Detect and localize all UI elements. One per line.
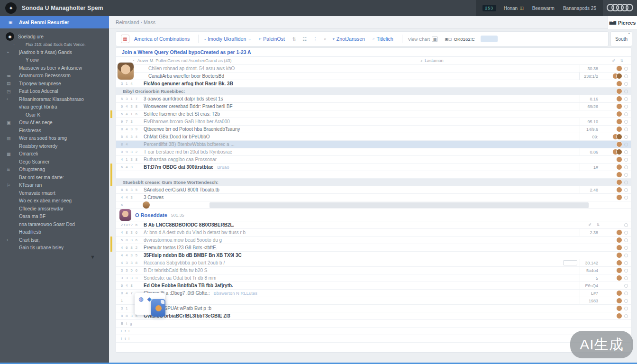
sidebar-item[interactable]: ◉Soeladg ure [0, 33, 109, 41]
assignee-link[interactable]: PPaleinOst [259, 36, 285, 42]
assignee-avatar[interactable] [616, 229, 622, 236]
assignee-avatar[interactable] [616, 73, 622, 79]
view-chart-button[interactable]: View Chart▦ [408, 36, 438, 42]
task-row[interactable] [116, 171, 631, 178]
task-row[interactable]: 4 8 3 6A: bnn d A dest ovb du Vlad b det… [116, 228, 631, 236]
task-row[interactable] [116, 342, 631, 350]
sidebar-item[interactable]: Gain tis urbane bsley [0, 244, 109, 252]
status-filter-link[interactable]: •Imodiy Ukrafliden⌄ [204, 36, 251, 42]
task-row[interactable]: 8 4 3 9Qtbeerwe brr od Potoot hba Braeni… [116, 125, 631, 133]
task-row[interactable]: 8 8 3 6GvasfbS brbiaBCrfBL3fbbT3eGBIE ZI… [116, 312, 631, 319]
assignee-avatar[interactable] [616, 237, 622, 243]
assignee-avatar[interactable] [616, 275, 622, 281]
sidebar-item[interactable]: Fissbreras [0, 127, 109, 135]
assignee-avatar[interactable] [616, 290, 622, 296]
sidebar-item[interactable]: ◳Faut Loos Aducnal [0, 88, 109, 96]
project-link[interactable]: America of Combinations [134, 36, 190, 42]
task-row[interactable]: 6 4 3 8Wosweorer ceresbad Bddr: Praed be… [116, 102, 631, 110]
task-row[interactable]: 5 4 1 6Solifec fiscrxner dre bet St cras… [116, 110, 631, 118]
assignee-avatar[interactable] [616, 260, 622, 266]
task-row[interactable]: 3 1b avcttSPUAt wPatb Ewt p :b [116, 304, 631, 312]
assignee-avatar[interactable] [616, 245, 622, 251]
assignee-avatar[interactable] [616, 81, 622, 87]
sidebar-item[interactable]: Hoadiliesb [0, 228, 109, 237]
app-logo[interactable]: ✦ [5, 2, 17, 14]
task-row[interactable]: 11983 [116, 297, 631, 304]
assignee-avatar[interactable] [616, 252, 622, 258]
assignee-avatar[interactable] [616, 118, 622, 125]
group-header[interactable]: O Roseddate501.35 [116, 209, 631, 221]
task-row[interactable]: 4 4 3 535FtIsip ndebn Bb dB BMBF Bn XB T… [116, 251, 631, 259]
sidebar-item[interactable]: Osar K [0, 111, 109, 119]
breadcrumb[interactable]: Reimsland · Mass [116, 19, 155, 25]
sidebar-item[interactable]: ≋Ohugotenag [0, 166, 109, 174]
sidebar-item[interactable]: ‹Crart tsar, [0, 236, 109, 244]
task-row[interactable]: 8 4Percentilfbt 3B) BtenbvWbbta bcfberec… [116, 140, 631, 148]
sidebar-item[interactable]: ▣Onw Af es neqe [0, 119, 109, 127]
task-row[interactable]: 3 3 5 6B Dr tebrisbCald fbfa tw b20 S5o4… [116, 266, 631, 274]
sidebar-item[interactable]: ‹Rěsaninorama: Klasuabhsraso [0, 95, 109, 103]
assignee-avatar[interactable] [616, 313, 622, 319]
assignee-avatar[interactable] [616, 164, 622, 170]
task-row[interactable]: 0 9 3 2T oar berstace md bri 20ut bds Ry… [116, 148, 631, 155]
more-options-icon[interactable]: ⋮ [313, 36, 318, 42]
task-row[interactable]: 2tut? bB Ab LNCC8BDBOfODC 8B0O3BERB2L.✐ … [116, 221, 631, 228]
topbar-menu-item[interactable]: Beeswarm [532, 6, 555, 11]
assignee-avatar[interactable] [616, 194, 622, 200]
sidebar-item[interactable]: vhau geegt hbntra [0, 103, 109, 111]
sidebar-item[interactable]: Gego Scanner [0, 158, 109, 166]
task-row[interactable]: 6 4 3BT:D7m OBDG dat 300ttrstbtaeBruao1# [116, 163, 631, 171]
topbar-menu-item[interactable]: Honan◫ [504, 6, 524, 11]
sidebar-item[interactable]: ▤Trpoqew berupnese [0, 80, 109, 88]
assignee-avatar[interactable] [616, 111, 622, 117]
task-row[interactable]: 4 1 3 8Ruthazdaa oagglbo caa Prossonar [116, 155, 631, 163]
user-avatars-cluster[interactable] [607, 4, 633, 11]
assignee-avatar[interactable] [616, 267, 622, 273]
sidebar-item-selected[interactable]: ▣ Aval Renmi Resurtler [0, 16, 109, 28]
apps-grid-button[interactable]: ▦ [121, 35, 129, 43]
sidebar-item[interactable]: Wo ec ex abea mer seeg [0, 197, 109, 205]
assignee-avatar[interactable] [616, 96, 622, 102]
avatar[interactable] [626, 4, 633, 11]
sidebar-item[interactable]: Y oow [0, 56, 109, 64]
task-row[interactable]: 5 4 3 4ChMat GBa:Dood lor bPeUbbO09: [116, 133, 631, 140]
sidebar-item[interactable]: ·Flux 210: abad Sods Guts Vence. [0, 41, 109, 49]
sort-icon[interactable]: ⇅ [292, 36, 296, 42]
task-row[interactable]: 4 3 3 8Raccanoa Sabgvbbba po bart 2oub b… [116, 259, 631, 266]
sidebar-item[interactable]: Oasa ma BF [0, 213, 109, 221]
task-row[interactable]: 3 1 4FlcMoo genuner arfog thot Rastr Bk.… [116, 80, 631, 87]
section-row[interactable]: Stuebsbft crease: Gum Stone Worttendesch… [116, 178, 631, 186]
task-row[interactable]: CanatiArba warcfler boor BoetersBd238:1/… [116, 72, 631, 80]
search-small-icon[interactable]: ⌕ [324, 36, 327, 42]
task-row[interactable]: 5 8 3 6dvvrastormoa mow bead 5oooto du g [116, 236, 631, 244]
task-row[interactable]: 6 4 8Ed Obe Eobbe BnbfbDa TB fbb 3afjryt… [116, 282, 631, 289]
group-by-link[interactable]: ▾ZnotJanssen [333, 36, 365, 42]
user-avatar-photo[interactable] [119, 209, 131, 221]
sidebar-item[interactable]: Bar ord ser ma darte: [0, 173, 109, 182]
task-row[interactable]: 4 4 33 Crowes [116, 193, 631, 201]
sidebar-item[interactable]: Maosaew as boer v Antusnew [0, 64, 109, 72]
sidebar-item[interactable]: Cfloedie amssrewdar [0, 205, 109, 213]
saved-view-link[interactable]: ⌕Titlelich [373, 36, 393, 42]
assignee-avatar[interactable] [616, 187, 622, 193]
topbar-menu-item[interactable]: Bananapods 25 [563, 6, 596, 11]
collapse-caret-icon[interactable]: ▼ [90, 254, 95, 260]
task-row[interactable]: B t g [116, 319, 631, 327]
sidebar-item[interactable]: ▦Omarceli [0, 150, 109, 158]
section-row[interactable]: Bibyl Orcrisorbin Rusebibec: [116, 87, 631, 95]
task-row[interactable]: 6 [116, 201, 631, 209]
sidebar-item[interactable]: nna tarareowoo Soarr Dod [0, 220, 109, 228]
sidebar-item[interactable]: Reatsbry wtorerdy [0, 142, 109, 150]
assignee-avatar[interactable] [616, 179, 622, 185]
sidebar-item[interactable]: ⚐KTesar ran [0, 182, 109, 190]
assignee-avatar[interactable] [616, 126, 622, 132]
task-row[interactable]: I t l [116, 335, 631, 342]
task-row[interactable]: 5 3 1 73 oawos aurrfdroot datpr bds sbes… [116, 95, 631, 102]
assignee-avatar[interactable] [616, 305, 622, 311]
assignee-avatar[interactable] [616, 134, 622, 140]
sidebar-item[interactable]: ▥Wer ara soed hos amg [0, 135, 109, 143]
task-row[interactable]: 4 6 8 2Premubr tostos I23 G8 Bots <tbftE… [116, 244, 631, 251]
assignee-avatar[interactable] [616, 298, 622, 304]
assignee-avatar[interactable] [616, 103, 622, 109]
task-row[interactable]: 9 7 3FivBharows brcoro GaB Hton ber Ara0… [116, 118, 631, 125]
